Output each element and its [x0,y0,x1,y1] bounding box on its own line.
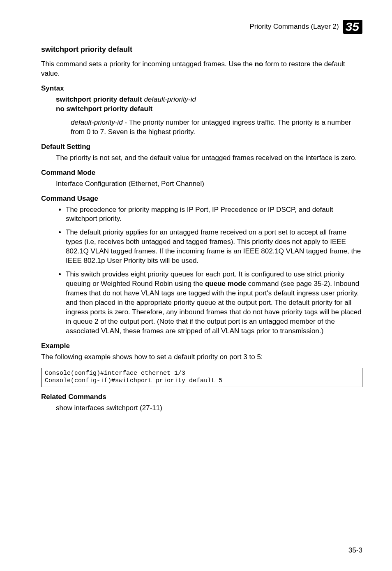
usage-b3-suffix: command (see page 35-2). Inbound frames … [66,280,362,335]
command-usage-list: The precedence for priority mapping is I… [56,205,362,336]
running-title: Priority Commands (Layer 2) [249,23,339,31]
chapter-number-badge: 35 [343,20,362,34]
usage-b3-bold: queue mode [205,280,246,288]
syntax-line2-cmd: no switchport priority default [56,105,152,113]
section-title: switchport priority default [41,45,362,54]
default-setting-head: Default Setting [41,143,362,151]
syntax-line1-arg: default-priority-id [144,95,196,103]
usage-bullet: This switch provides eight priority queu… [66,270,362,336]
command-usage-head: Command Usage [41,195,362,203]
section-intro: This command sets a priority for incomin… [41,60,362,79]
example-intro: The following example shows how to set a… [41,353,362,362]
usage-bullet: The default priority applies for an unta… [66,228,362,266]
related-text: show interfaces switchport (27-11) [56,404,362,413]
example-head: Example [41,342,362,350]
page-header: Priority Commands (Layer 2) 35 [41,20,362,34]
intro-bold: no [255,60,263,68]
example-code: Console(config)#interface ethernet 1/3 C… [41,368,362,388]
page-number: 35-3 [348,546,362,555]
arg-name: default-priority-id [71,118,123,126]
related-head: Related Commands [41,393,362,401]
usage-bullet: The precedence for priority mapping is I… [66,205,362,224]
default-setting-text: The priority is not set, and the default… [56,153,362,163]
syntax-arg-desc: default-priority-id - The priority numbe… [71,118,362,137]
syntax-head: Syntax [41,84,362,93]
syntax-block: switchport priority default default-prio… [56,95,362,137]
command-mode-head: Command Mode [41,169,362,177]
command-mode-text: Interface Configuration (Ethernet, Port … [56,179,362,189]
intro-prefix: This command sets a priority for incomin… [41,60,255,68]
syntax-line1-cmd: switchport priority default [56,95,144,103]
